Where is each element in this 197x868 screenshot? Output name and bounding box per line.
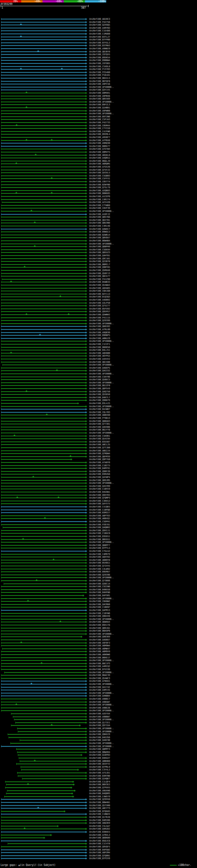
hit-row[interactable]: UniRef100_B6JZF0 [0, 384, 197, 387]
hit-row[interactable]: UniRef100_Q7TJD0 [0, 446, 197, 449]
hit-row[interactable]: UniRef100_Q54WA3 [0, 284, 197, 287]
hit-row[interactable]: UniRef100_A9BSW7 [0, 701, 197, 704]
hit-row[interactable]: UniRef100_A6BVU0 [0, 413, 197, 416]
hit-row[interactable]: UniRef100_A0E2J4 [0, 449, 197, 452]
hit-row[interactable]: UniRef100_C4M979 [0, 553, 197, 556]
hit-row[interactable]: UniRef100_B0X3E2 [0, 783, 197, 786]
hit-label[interactable]: UniRef100_B7P2V9 [89, 857, 110, 860]
hit-row[interactable]: UniRef100_Q5TSR0 [0, 804, 197, 807]
hit-row[interactable]: UniRef100_Q09JQ1 [0, 627, 197, 630]
hit-row[interactable]: UniRef100_C5DE84 [0, 248, 197, 251]
hit-row[interactable]: UniRef100_C5XOL8 [0, 65, 197, 68]
hit-row[interactable]: UniRef100_C1C2F1 [0, 343, 197, 346]
hit-row[interactable]: UniRef100_Q4SYR9 [0, 485, 197, 488]
hit-row[interactable]: UniRef100_Q17IE1 [0, 721, 197, 724]
hit-row[interactable]: UniRef100_UPI0000.. [0, 709, 197, 712]
hit-row[interactable]: UniRef100_Q4RZD2 [0, 827, 197, 831]
hit-row[interactable]: UniRef100_A2EYU4 [0, 712, 197, 715]
hit-row[interactable]: UniRef100_C7YIS9 [0, 127, 197, 130]
hit-row[interactable]: UniRef100_B9IML4 [0, 133, 197, 136]
hit-row[interactable]: UniRef100_UPI0000.. [0, 730, 197, 733]
hit-row[interactable]: UniRef100_A7G526 [0, 165, 197, 168]
hit-row[interactable]: UniRef100_A8XAD5 [0, 287, 197, 290]
hit-row[interactable]: UniRef100_Q05766 [0, 216, 197, 219]
hit-row[interactable]: UniRef100_A8E6B0 [0, 352, 197, 355]
hit-row[interactable]: UniRef100_Q5MGU8 [0, 269, 197, 272]
hit-row[interactable]: UniRef100_Q72VV5 [0, 564, 197, 567]
hit-row[interactable]: UniRef100_C6K0W2 [0, 600, 197, 603]
hit-row[interactable]: UniRef100_Q7PUV5 [0, 786, 197, 789]
hit-row[interactable]: UniRef100_A6N9W6 [0, 653, 197, 656]
hit-row[interactable]: UniRef100_P42756 [0, 21, 197, 24]
hit-row[interactable]: UniRef100_UPI0000.. [0, 727, 197, 730]
hit-row[interactable]: UniRef100_C1BIT5 [0, 464, 197, 467]
hit-row[interactable]: UniRef100_A4RYN3 [0, 27, 197, 30]
hit-row[interactable]: UniRef100_Q97IU4 [0, 724, 197, 727]
hit-row[interactable]: UniRef100_A9PBX6 [0, 95, 197, 98]
hit-row[interactable]: UniRef100_A9BE28 [0, 706, 197, 709]
hit-row[interactable]: UniRef100_UPI0000.. [0, 703, 197, 706]
hit-row[interactable]: UniRef100_Q4WXC7 [0, 227, 197, 230]
hit-row[interactable]: UniRef100_B4JW67 [0, 408, 197, 411]
hit-row[interactable]: UniRef100_Q54I94 [0, 437, 197, 440]
hit-row[interactable]: UniRef100_Q6BPF7 [0, 544, 197, 547]
hit-row[interactable]: UniRef100_A8Q3K9 [0, 822, 197, 825]
hit-row[interactable]: UniRef100_B5DJC6 [0, 839, 197, 842]
hit-row[interactable]: UniRef100_B6TQF0 [0, 80, 197, 83]
hit-row[interactable]: UniRef100_A6YPG5 [0, 354, 197, 358]
hit-row[interactable]: UniRef100_C5PJA3 [0, 118, 197, 121]
hit-row[interactable]: UniRef100_A9UVH6 [0, 789, 197, 792]
hit-row[interactable]: UniRef100_C1BGC0 [0, 532, 197, 535]
hit-row[interactable]: UniRef100_Q4DEP5 [0, 366, 197, 370]
hit-row[interactable]: UniRef100_B6KE17 [0, 656, 197, 659]
hit-row[interactable]: UniRef100_C1BFE9 [0, 488, 197, 491]
hit-row[interactable]: UniRef100_Q55D58 [0, 393, 197, 396]
hit-row[interactable]: UniRef100_B5X6G1 [0, 561, 197, 564]
hit-row[interactable]: UniRef100_P16181 [0, 73, 197, 77]
hit-row[interactable]: UniRef100_Q0VDU7 [0, 236, 197, 239]
hit-row[interactable]: UniRef100_UPI0000.. [0, 340, 197, 343]
hit-row[interactable]: UniRef100_B4EZG6 [0, 736, 197, 739]
hit-row[interactable]: UniRef100_B3S5B7 [0, 440, 197, 443]
hit-row[interactable]: UniRef100_C1LQF4 [0, 780, 197, 783]
hit-row[interactable]: UniRef100_Q29FK8 [0, 798, 197, 801]
hit-row[interactable]: UniRef100_Q41742 [0, 686, 197, 689]
hit-row[interactable]: UniRef100_B8NG85 [0, 192, 197, 195]
hit-row[interactable]: UniRef100_UPI0000.. [0, 242, 197, 245]
hit-row[interactable]: UniRef100_B5WB33 [0, 280, 197, 284]
hit-row[interactable]: UniRef100_B4QDM3 [0, 792, 197, 795]
hit-row[interactable]: UniRef100_B4KGX7 [0, 756, 197, 760]
hit-row[interactable]: UniRef100_C4LW92 [0, 567, 197, 570]
hit-row[interactable]: UniRef100_C6TQV5 [0, 53, 197, 56]
hit-row[interactable]: UniRef100_C4JQK5 [0, 505, 197, 508]
hit-row[interactable]: UniRef100_Q4D0U7 [0, 638, 197, 641]
hit-row[interactable]: UniRef100_A8XYH2 [0, 555, 197, 559]
hit-row[interactable]: UniRef100_B3L4J5 [0, 402, 197, 405]
hit-row[interactable]: UniRef100_A9B6C7 [0, 698, 197, 701]
hit-row[interactable]: UniRef100_Q66IB3 [0, 325, 197, 328]
hit-row[interactable]: UniRef100_Q6FM39 [0, 455, 197, 458]
hit-row[interactable]: UniRef100_B6EEG1 [0, 538, 197, 541]
hit-row[interactable]: UniRef100_A7P6X8 [0, 139, 197, 142]
hit-row[interactable]: UniRef100_B7PRL9 [0, 766, 197, 769]
hit-row[interactable]: UniRef100_Q4Y5T5 [0, 502, 197, 505]
hit-row[interactable]: UniRef100_UPI0000.. [0, 632, 197, 636]
hit-row[interactable]: UniRef100_B2Y113 [0, 292, 197, 296]
hit-row[interactable]: UniRef100_A9Q036 [0, 331, 197, 334]
hit-row[interactable]: UniRef100_P25460 [0, 71, 197, 74]
hit-row[interactable]: UniRef100_Q6CX80 [0, 361, 197, 364]
hit-row[interactable]: UniRef100_B9X1T6 [0, 623, 197, 627]
hit-row[interactable]: UniRef100_UPI0000.. [0, 363, 197, 366]
hit-row[interactable]: UniRef100_Q170J8 [0, 816, 197, 819]
hit-row[interactable]: UniRef100_Q3Y1V5 [0, 88, 197, 91]
hit-row[interactable]: UniRef100_B4M1R6 [0, 819, 197, 822]
hit-row[interactable]: UniRef100_C0SM44 [0, 124, 197, 127]
hit-row[interactable]: UniRef100_Q55FV2 [0, 763, 197, 766]
hit-row[interactable]: UniRef100_A7SJD1 [0, 771, 197, 774]
hit-row[interactable]: UniRef100_B9FZL3 [0, 103, 197, 106]
hit-row[interactable]: UniRef100_C1E4D6 [0, 29, 197, 32]
hit-row[interactable]: UniRef100_A9PC56 [0, 83, 197, 86]
hit-row[interactable]: UniRef100_B6K9P0 [0, 629, 197, 632]
hit-row[interactable]: UniRef100_A8PZM4 [0, 851, 197, 854]
hit-row[interactable]: UniRef100_P79013 [0, 416, 197, 420]
